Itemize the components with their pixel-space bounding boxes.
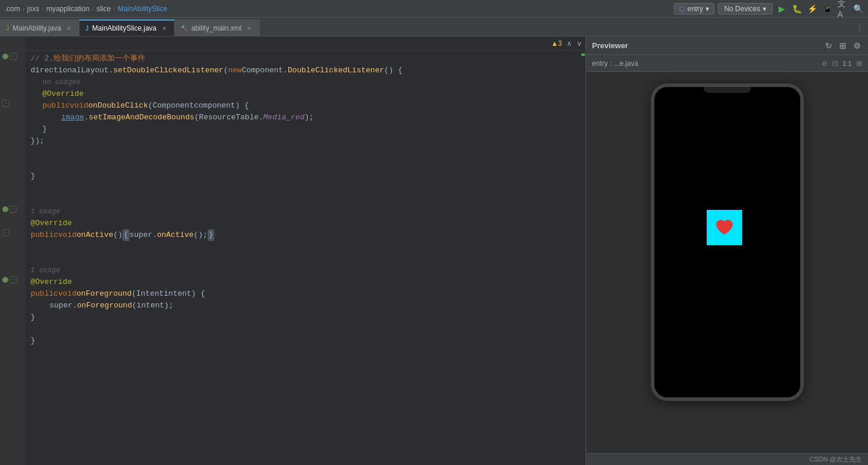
code-text-dir: directionalLayout. [31, 65, 113, 76]
previewer-content [586, 72, 868, 453]
code-resourcetable: ResourceTable. [199, 112, 263, 123]
gutter-line-26 [0, 344, 26, 356]
code-fn-super-onforeground: onForeground [77, 300, 132, 312]
code-line-onforeground: public void onForeground(Intent intent) … [31, 288, 581, 300]
code-editor[interactable]: ▲3 ∧ ∨ // 2.给我们的布局添加一个事件 directionalLayo… [26, 36, 586, 465]
gutter-line-25 [0, 333, 26, 344]
translate-button[interactable]: 文A [837, 4, 848, 14]
previewer-zoom-fit-button[interactable]: ⊡ [832, 59, 838, 68]
code-text-override-3: @Override [31, 276, 72, 288]
code-line-hint-1usage-1: 1 usage [31, 206, 581, 218]
code-text-paren: () { [384, 65, 403, 76]
no-devices-chevron-icon: ▾ [763, 5, 766, 13]
gutter-line-3 [0, 74, 26, 86]
tab-label-2: MainAbilitySlice.java [92, 24, 157, 32]
previewer-zoom-label: 1:1 [843, 60, 852, 67]
search-button[interactable]: 🔍 [853, 4, 863, 14]
tab-close-3[interactable]: ✕ [245, 24, 253, 32]
tab-ability-xml[interactable]: 🔨 ability_main.xml ✕ [175, 19, 260, 36]
phone-mockup [651, 83, 804, 401]
fold-marker-2[interactable]: - [2, 100, 9, 107]
profile-button[interactable]: ⚡ [807, 4, 817, 14]
breakpoint-icon-1[interactable] [2, 53, 8, 59]
code-line-setdouble: directionalLayout.setDoubleClickedListen… [31, 65, 581, 76]
scroll-accent-green [581, 53, 585, 56]
warning-badge: ▲3 [551, 39, 562, 48]
entry-dropdown[interactable]: ⬡ entry ▾ [674, 3, 714, 15]
code-line-onactive: public void onActive() { super.onActive(… [31, 229, 581, 241]
code-line-empty-5 [31, 241, 581, 253]
phone-button-left [651, 146, 653, 181]
code-fn-super-onactive: onActive [157, 229, 194, 241]
previewer-settings-button[interactable]: ⚙ [852, 41, 862, 51]
code-content[interactable]: // 2.给我们的布局添加一个事件 directionalLayout.setD… [26, 51, 586, 465]
breadcrumb: .com › jsxs › myapplication › slice › Ma… [5, 5, 674, 13]
code-brace-1: } [42, 123, 47, 135]
code-text-doublelistener: DoubleClickedListener [288, 65, 384, 76]
code-kw-void-3: void [58, 288, 77, 300]
code-line-empty-1 [31, 147, 581, 159]
warning-chevron-down[interactable]: ∨ [577, 39, 582, 48]
gutter-line-19 [0, 262, 26, 274]
gutter-line-5: - [0, 98, 26, 109]
tab-main-ability-slice[interactable]: J MainAbilitySlice.java ✕ [79, 19, 175, 36]
gutter-line-23 [0, 309, 26, 321]
run-button[interactable]: ▶ [776, 4, 787, 14]
attribution-text: CSDN @吉士先生 [810, 455, 862, 464]
tab-close-2[interactable]: ✕ [160, 24, 168, 32]
gutter-line-15 [0, 215, 26, 227]
previewer-header: Previewer ↻ ⊞ ⚙ [586, 36, 868, 55]
warning-chevron-up[interactable]: ∧ [567, 39, 572, 48]
fold-marker-3[interactable]: - [9, 206, 16, 213]
tab-close-1[interactable]: ✕ [65, 24, 73, 32]
code-var-intent: intent [164, 288, 191, 300]
previewer-tree-button[interactable]: ⊞ [837, 41, 848, 51]
gutter-line-12 [0, 180, 26, 192]
entry-icon: ⬡ [679, 5, 685, 13]
breadcrumb-myapp: myapplication [46, 5, 89, 13]
device-manager-button[interactable]: 📱 [822, 4, 833, 14]
previewer-sub-bar: entry : ...e.java ⊖ ⊡ 1:1 ⊞ [586, 55, 868, 72]
code-kw-void-2: void [58, 229, 77, 241]
entry-label: entry [687, 5, 703, 13]
tab-main-ability[interactable]: J MainAbility.java ✕ [0, 19, 79, 36]
gutter-line-7 [0, 121, 26, 133]
gutter-line-24 [0, 321, 26, 333]
fold-marker-4[interactable]: - [2, 229, 9, 236]
debug-button[interactable]: 🐛 [791, 4, 802, 14]
no-devices-label: No Devices [724, 5, 760, 13]
top-icons-group: ▶ 🐛 ⚡ 📱 文A 🔍 [776, 4, 863, 14]
entry-chevron-icon: ▾ [706, 5, 709, 13]
left-gutter: - - - - - [0, 36, 26, 465]
gutter-line-9 [0, 145, 26, 156]
gutter-line-8 [0, 133, 26, 145]
right-scrollbar[interactable] [581, 51, 586, 465]
breakpoint-icon-2[interactable] [2, 206, 8, 212]
code-paren-1: ( [148, 100, 152, 112]
tab-java-icon-2: J [85, 25, 89, 32]
code-paren-5: () [113, 229, 122, 241]
fold-marker-5[interactable]: - [9, 276, 16, 283]
no-devices-button[interactable]: No Devices ▾ [718, 3, 773, 15]
code-text-setdouble: setDoubleClickedListener [113, 65, 223, 76]
previewer-grid-button[interactable]: ⊞ [856, 59, 862, 68]
code-fn-onforeground: onForeground [77, 288, 132, 300]
code-line-override-2: @Override [31, 218, 581, 229]
breadcrumb-slice: slice [97, 5, 111, 13]
gutter-line-13 [0, 192, 26, 203]
top-bar-right: ⬡ entry ▾ No Devices ▾ ▶ 🐛 ⚡ 📱 文A 🔍 [674, 3, 863, 15]
code-text-override-2: @Override [31, 218, 72, 229]
heart-icon [714, 217, 735, 238]
code-kw-void-1: void [70, 100, 88, 112]
code-line-empty-6 [31, 253, 581, 265]
tab-overflow-menu[interactable]: ⋮ [852, 19, 868, 36]
previewer-zoom-out-button[interactable]: ⊖ [822, 59, 827, 68]
breakpoint-icon-3[interactable] [2, 277, 8, 283]
hint-no-usages: no usages [42, 76, 81, 88]
previewer-refresh-button[interactable]: ↻ [823, 41, 834, 51]
code-super-2: super. [49, 300, 77, 312]
fold-marker-1[interactable]: - [9, 53, 16, 60]
code-line-close-5: } [31, 335, 581, 347]
gutter-line-18 [0, 250, 26, 262]
code-line-override-3: @Override [31, 276, 581, 288]
